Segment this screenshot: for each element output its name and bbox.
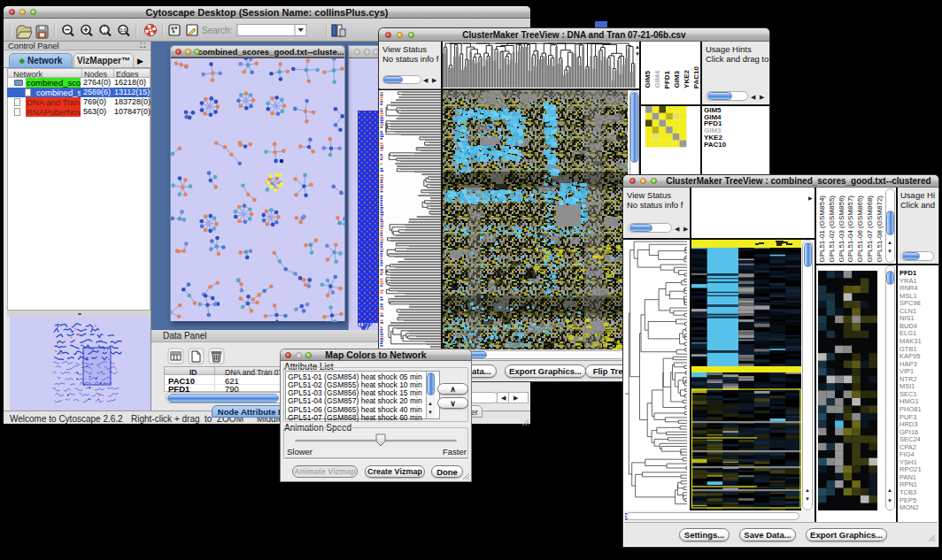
svg-text:1:1: 1:1 (120, 27, 126, 33)
svg-text:Search:: Search: (202, 26, 232, 35)
